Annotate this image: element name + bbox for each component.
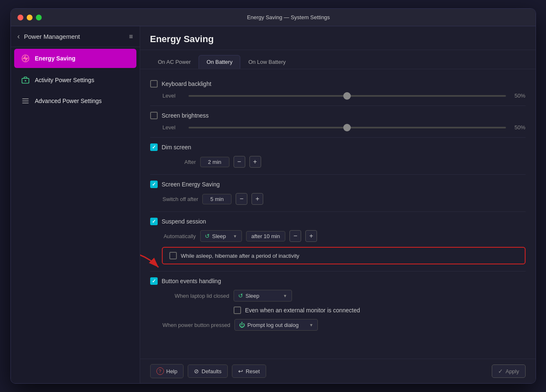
keyboard-backlight-row: Keyboard backlight [150, 78, 526, 90]
dim-screen-control-row: After 2 min − + [150, 153, 526, 170]
dim-screen-label: Dim screen [162, 144, 191, 151]
lid-sleep-icon: ↺ [238, 292, 243, 299]
suspend-control-row: Automatically ↺ Sleep ▼ after 10 min − + [150, 228, 526, 244]
apply-icon: ✓ [498, 368, 503, 374]
power-button-label: When power button pressed [163, 322, 231, 328]
divider-4 [150, 211, 526, 212]
power-button-dropdown[interactable]: ⏻ Prompt log out dialog ▼ [234, 319, 318, 331]
window-title: Energy Saving — System Settings [48, 14, 529, 20]
minimize-button[interactable] [27, 15, 33, 20]
defaults-button[interactable]: ⊘ Defaults [188, 364, 228, 378]
sidebar-item-activity-power[interactable]: Activity Power Settings [14, 70, 136, 90]
dim-after-label: After [163, 159, 196, 165]
help-label: Help [166, 368, 178, 374]
apply-label: Apply [506, 368, 519, 374]
divider-1 [150, 106, 526, 106]
red-arrow-indicator [140, 249, 167, 275]
button-events-section: Button events handling When laptop lid c… [150, 275, 526, 333]
screen-brightness-checkbox[interactable] [150, 112, 158, 119]
hibernate-label: While asleep, hibernate after a period o… [181, 253, 299, 259]
screen-energy-increase-btn[interactable]: + [252, 193, 263, 205]
screen-energy-saving-section: Screen Energy Saving Switch off after 5 … [150, 178, 526, 207]
bottom-bar: ? Help ⊘ Defaults ↩ Reset ✓ Apply [140, 359, 536, 383]
back-icon[interactable]: ‹ [18, 32, 20, 41]
external-monitor-checkbox[interactable] [234, 307, 241, 314]
power-button-value: Prompt log out dialog [247, 322, 299, 328]
reset-label: Reset [246, 368, 260, 374]
sidebar: ‹ Power Management ≡ Energy Saving [11, 26, 140, 383]
external-monitor-label: Even when an external monitor is connect… [245, 307, 360, 314]
tab-low-battery[interactable]: On Low Battery [240, 55, 294, 69]
sidebar-item-advanced-power[interactable]: Advanced Power Settings [14, 91, 136, 111]
energy-saving-icon [21, 54, 30, 63]
sidebar-label-energy-saving: Energy Saving [35, 55, 75, 62]
screen-energy-decrease-btn[interactable]: − [236, 193, 247, 205]
content-header: Energy Saving [140, 26, 536, 50]
button-events-row: Button events handling [150, 275, 526, 287]
sidebar-header: ‹ Power Management ≡ [11, 26, 140, 47]
suspend-after-value: after 10 min [246, 231, 286, 241]
suspend-session-section: Suspend session Automatically ↺ Sleep ▼ … [150, 215, 526, 267]
dim-screen-section: Dim screen After 2 min − + [150, 141, 526, 170]
screen-brightness-slider[interactable] [189, 127, 506, 128]
hibernate-checkbox[interactable] [169, 252, 177, 259]
sleep-mode-value: Sleep [212, 233, 226, 239]
help-button[interactable]: ? Help [150, 364, 184, 378]
lid-label: When laptop lid closed [163, 293, 229, 299]
keyboard-level-label: Level [163, 93, 184, 99]
suspend-increase-btn[interactable]: + [305, 230, 317, 242]
sidebar-label-activity-power: Activity Power Settings [35, 77, 94, 83]
help-icon: ? [156, 367, 164, 375]
maximize-button[interactable] [36, 15, 42, 20]
power-icon: ⏻ [239, 322, 245, 328]
button-events-checkbox[interactable] [150, 277, 158, 285]
close-button[interactable] [18, 15, 23, 20]
screen-brightness-pct: 50% [511, 124, 526, 131]
screen-energy-control-row: Switch off after 5 min − + [150, 191, 526, 207]
dropdown-arrow-icon: ▼ [233, 234, 237, 239]
settings-scroll: Keyboard backlight Level 50% Screen brig… [140, 69, 536, 359]
button-events-label: Button events handling [162, 278, 221, 284]
sleep-mode-dropdown[interactable]: ↺ Sleep ▼ [200, 230, 242, 242]
sidebar-item-energy-saving[interactable]: Energy Saving [14, 49, 136, 68]
switch-off-label: Switch off after [163, 196, 199, 202]
power-button-row: When power button pressed ⏻ Prompt log o… [150, 317, 526, 333]
lid-closed-row: When laptop lid closed ↺ Sleep ▼ [150, 287, 526, 304]
content-area: Energy Saving On AC Power On Battery On … [140, 26, 536, 383]
tabs-bar: On AC Power On Battery On Low Battery [140, 50, 536, 69]
screen-brightness-section: Screen brightness Level 50% [150, 109, 526, 133]
dim-screen-decrease-btn[interactable]: − [234, 156, 245, 168]
keyboard-backlight-section: Keyboard backlight Level 50% [150, 78, 526, 101]
page-title: Energy Saving [150, 34, 526, 45]
screen-energy-saving-row: Screen Energy Saving [150, 178, 526, 191]
suspend-decrease-btn[interactable]: − [289, 230, 301, 242]
dim-screen-row: Dim screen [150, 141, 526, 153]
hamburger-icon[interactable]: ≡ [129, 33, 133, 40]
activity-power-icon [21, 75, 30, 85]
tab-ac-power[interactable]: On AC Power [150, 55, 199, 69]
lid-dropdown-arrow-icon: ▼ [283, 294, 287, 298]
suspend-session-checkbox[interactable] [150, 218, 158, 225]
main-window: Energy Saving — System Settings ‹ Power … [10, 8, 536, 384]
suspend-session-label: Suspend session [162, 218, 206, 225]
titlebar: Energy Saving — System Settings [11, 9, 536, 26]
svg-point-2 [25, 80, 26, 81]
screen-brightness-label: Screen brightness [162, 112, 209, 119]
screen-energy-saving-checkbox[interactable] [150, 181, 158, 188]
screen-energy-value: 5 min [202, 194, 231, 204]
keyboard-backlight-checkbox[interactable] [150, 80, 158, 88]
tab-on-battery[interactable]: On Battery [199, 55, 240, 69]
keyboard-backlight-label: Keyboard backlight [162, 80, 211, 87]
screen-brightness-slider-row: Level 50% [150, 122, 526, 133]
reset-button[interactable]: ↩ Reset [232, 364, 266, 378]
screen-level-label: Level [163, 124, 184, 131]
dim-screen-checkbox[interactable] [150, 143, 158, 151]
dim-screen-value: 2 min [200, 157, 229, 167]
lid-mode-dropdown[interactable]: ↺ Sleep ▼ [234, 290, 292, 302]
apply-button[interactable]: ✓ Apply [492, 364, 526, 378]
advanced-power-icon [21, 96, 30, 106]
dim-screen-increase-btn[interactable]: + [249, 156, 261, 168]
keyboard-backlight-slider-row: Level 50% [150, 90, 526, 101]
power-dropdown-arrow-icon: ▼ [309, 323, 313, 327]
keyboard-backlight-slider[interactable] [189, 95, 506, 97]
